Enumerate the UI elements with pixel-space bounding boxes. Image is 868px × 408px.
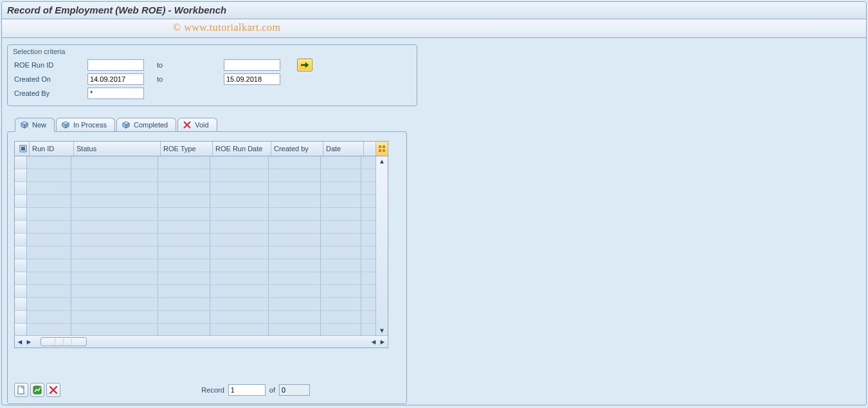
scroll-left-end-icon[interactable]: ◄ (370, 338, 377, 346)
scroll-right-icon[interactable]: ► (379, 338, 386, 346)
x-icon (183, 121, 191, 129)
cube-icon (62, 121, 69, 129)
cell-status (71, 285, 158, 297)
table-row[interactable] (15, 221, 375, 234)
table-row[interactable] (15, 324, 375, 335)
row-selector[interactable] (15, 234, 27, 246)
row-selector[interactable] (15, 169, 27, 181)
table-row[interactable] (15, 208, 375, 221)
input-created-on-to[interactable] (224, 73, 280, 85)
selection-criteria-group: Selection criteria ROE Run ID to Created… (7, 44, 417, 106)
table-row[interactable] (15, 169, 375, 182)
row-selector[interactable] (15, 182, 27, 194)
row-selector[interactable] (15, 324, 27, 335)
cell-roe-type (158, 156, 210, 169)
tab-completed[interactable]: Completed (116, 118, 176, 131)
row-selector[interactable] (15, 311, 27, 323)
cell-roe-type (158, 246, 210, 259)
tab-panel: Run ID Status ROE Type ROE Run Date Crea… (7, 131, 407, 404)
tab-void[interactable]: Void (177, 118, 217, 131)
vertical-scrollbar[interactable]: ▲ ▼ (375, 156, 388, 335)
cell-roe-type (158, 182, 210, 194)
scroll-track[interactable]: ⋮⋮⋮ (34, 338, 368, 346)
row-created-by: Created By (13, 86, 411, 100)
table-body: ▲ ▼ (15, 156, 388, 335)
multiple-selection-button[interactable] (297, 59, 312, 71)
row-selector[interactable] (15, 221, 27, 233)
table-row[interactable] (15, 156, 375, 169)
cell-status (71, 298, 158, 310)
selection-criteria-title: Selection criteria (13, 48, 411, 55)
scroll-right-step-icon[interactable]: ► (25, 338, 33, 346)
table-row[interactable] (15, 246, 375, 259)
scroll-thumb[interactable]: ⋮⋮⋮ (41, 337, 87, 346)
cell-status (71, 324, 158, 335)
app-frame: Record of Employment (Web ROE) - Workben… (1, 1, 867, 405)
row-selector[interactable] (15, 259, 27, 272)
row-selector[interactable] (15, 298, 27, 310)
cell-status (71, 182, 158, 194)
cell-created-by (269, 208, 321, 220)
table-row[interactable] (15, 182, 375, 195)
cell-created-by (269, 182, 321, 194)
record-total-display (279, 384, 310, 396)
table-row[interactable] (15, 234, 375, 246)
tab-new[interactable]: New (15, 118, 55, 132)
col-roe-type[interactable]: ROE Type (161, 142, 213, 156)
col-created-by[interactable]: Created by (271, 142, 323, 156)
results-table: Run ID Status ROE Type ROE Run Date Crea… (14, 141, 388, 348)
cell-status (71, 311, 158, 323)
horizontal-scrollbar[interactable]: ◄ ► ⋮⋮⋮ ◄ ► (15, 335, 388, 348)
table-settings-button[interactable] (375, 142, 388, 156)
table-row[interactable] (15, 272, 375, 285)
cell-roe-run-date (210, 234, 269, 246)
col-status[interactable]: Status (74, 142, 161, 156)
row-selector[interactable] (15, 272, 27, 284)
table-row[interactable] (15, 311, 375, 324)
row-selector[interactable] (15, 195, 27, 207)
scroll-up-icon[interactable]: ▲ (378, 158, 386, 165)
cell-roe-run-date (210, 324, 269, 335)
col-roe-run-date[interactable]: ROE Run Date (213, 142, 271, 156)
svg-rect-10 (21, 147, 25, 151)
table-row[interactable] (15, 298, 375, 311)
create-button[interactable] (14, 383, 28, 397)
col-date[interactable]: Date (323, 142, 364, 156)
table-settings-icon (378, 145, 386, 153)
table-row[interactable] (15, 259, 375, 272)
table-rows-container (15, 156, 375, 335)
input-roe-run-id-from[interactable] (87, 59, 144, 71)
input-created-on-from[interactable] (87, 73, 144, 85)
input-created-by[interactable] (87, 88, 144, 99)
cell-date (321, 182, 361, 194)
row-selector[interactable] (15, 285, 27, 297)
table-row[interactable] (15, 285, 375, 298)
cell-run-id (27, 324, 71, 335)
delete-button[interactable] (46, 383, 60, 397)
cell-date (321, 324, 361, 335)
panel-footer: Record of (14, 383, 400, 397)
cell-roe-run-date (210, 182, 269, 194)
cell-roe-run-date (210, 208, 269, 220)
record-current-input[interactable] (228, 384, 266, 396)
cell-date (321, 246, 361, 259)
label-created-on: Created On (13, 75, 85, 83)
scroll-left-icon[interactable]: ◄ (16, 338, 24, 346)
row-selector[interactable] (15, 208, 27, 220)
cell-roe-run-date (210, 246, 269, 259)
cell-run-id (27, 169, 71, 181)
cube-icon (122, 121, 130, 129)
row-selector[interactable] (15, 246, 27, 259)
select-all-cell[interactable] (15, 142, 30, 156)
cell-created-by (269, 195, 321, 207)
window-title-text: Record of Employment (Web ROE) - Workben… (7, 5, 226, 15)
execute-button[interactable] (30, 383, 44, 397)
cell-created-by (269, 169, 321, 181)
row-selector[interactable] (15, 156, 27, 169)
scroll-down-icon[interactable]: ▼ (378, 326, 386, 334)
cell-date (321, 272, 361, 284)
input-roe-run-id-to[interactable] (224, 59, 280, 71)
tab-in-process[interactable]: In Process (56, 118, 115, 131)
col-run-id[interactable]: Run ID (30, 142, 74, 156)
table-row[interactable] (15, 195, 375, 208)
